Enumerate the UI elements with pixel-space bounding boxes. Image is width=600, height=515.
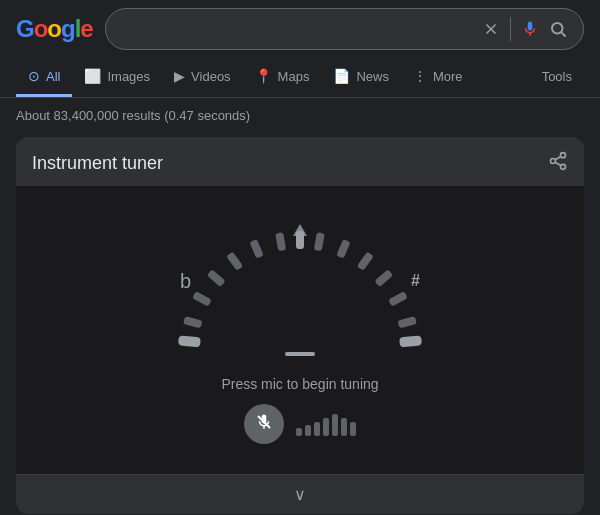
svg-rect-16 <box>296 231 304 249</box>
news-icon: 📄 <box>333 68 350 84</box>
tab-all[interactable]: ⊙ All <box>16 58 72 97</box>
signal-bar-4 <box>323 418 329 436</box>
svg-rect-12 <box>207 269 226 287</box>
svg-line-3 <box>561 32 565 36</box>
flat-symbol: b <box>180 270 191 293</box>
svg-line-7 <box>555 162 561 165</box>
svg-rect-10 <box>183 316 202 328</box>
svg-rect-17 <box>314 232 325 251</box>
signal-bar-3 <box>314 422 320 436</box>
search-input[interactable]: google tuner <box>122 20 474 38</box>
svg-rect-22 <box>397 316 416 328</box>
signal-bar-7 <box>350 422 356 436</box>
mic-icon <box>255 413 273 436</box>
results-count: About 83,400,000 results (0.47 seconds) <box>0 98 600 133</box>
clear-button[interactable] <box>482 20 500 38</box>
dial-svg <box>160 206 440 356</box>
search-bar: google tuner <box>105 8 584 50</box>
more-icon: ⋮ <box>413 68 427 84</box>
nav-tabs: ⊙ All ⬜ Images ▶ Videos 📍 Maps 📄 News ⋮ … <box>0 58 600 98</box>
tuner-title: Instrument tuner <box>32 153 163 174</box>
signal-bar-1 <box>296 428 302 436</box>
svg-rect-23 <box>178 335 201 347</box>
tab-maps[interactable]: 📍 Maps <box>243 58 322 97</box>
header: Google google tuner <box>0 0 600 58</box>
signal-bar-6 <box>341 418 347 436</box>
svg-rect-11 <box>192 291 212 307</box>
mic-button[interactable] <box>244 404 284 444</box>
svg-line-8 <box>555 156 561 159</box>
svg-rect-13 <box>226 252 243 271</box>
tuner-card: Instrument tuner b # <box>16 137 584 514</box>
press-mic-text: Press mic to begin tuning <box>221 376 378 392</box>
svg-rect-19 <box>357 252 374 271</box>
note-dash <box>285 352 315 356</box>
tab-images[interactable]: ⬜ Images <box>72 58 162 97</box>
google-logo: Google <box>16 15 93 43</box>
search-button[interactable] <box>549 20 567 38</box>
svg-rect-15 <box>275 232 286 251</box>
svg-rect-18 <box>336 239 350 259</box>
svg-rect-20 <box>374 269 393 287</box>
tuner-header: Instrument tuner <box>16 137 584 186</box>
signal-bar-5 <box>332 414 338 436</box>
svg-point-2 <box>552 23 563 34</box>
svg-rect-21 <box>388 291 408 307</box>
chevron-down-icon: ∨ <box>294 486 306 503</box>
sharp-symbol: # <box>411 272 420 290</box>
signal-bars <box>296 412 356 436</box>
tab-news[interactable]: 📄 News <box>321 58 401 97</box>
all-icon: ⊙ <box>28 68 40 84</box>
signal-bar-2 <box>305 425 311 436</box>
tab-more[interactable]: ⋮ More <box>401 58 475 97</box>
svg-point-5 <box>551 159 556 164</box>
voice-search-button[interactable] <box>521 20 539 38</box>
bottom-chevron[interactable]: ∨ <box>16 474 584 514</box>
svg-rect-14 <box>249 239 263 259</box>
svg-point-6 <box>561 164 566 169</box>
mic-controls <box>244 404 356 444</box>
svg-point-4 <box>561 153 566 158</box>
dial-container: b # <box>160 206 440 356</box>
images-icon: ⬜ <box>84 68 101 84</box>
videos-icon: ▶ <box>174 68 185 84</box>
separator <box>510 17 511 41</box>
share-icon[interactable] <box>548 151 568 176</box>
tab-videos[interactable]: ▶ Videos <box>162 58 243 97</box>
svg-rect-24 <box>399 335 422 347</box>
tab-tools[interactable]: Tools <box>530 59 584 97</box>
maps-icon: 📍 <box>255 68 272 84</box>
tuner-visual: b # <box>16 186 584 474</box>
